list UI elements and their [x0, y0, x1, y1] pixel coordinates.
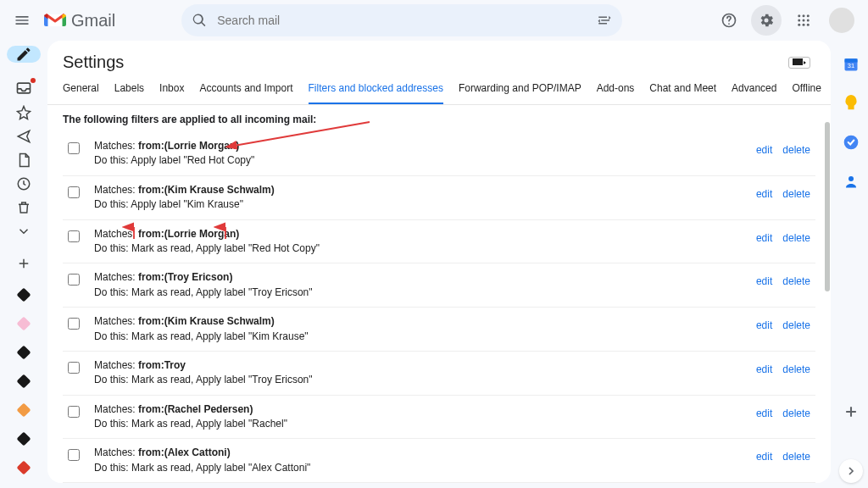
filter-checkbox[interactable]: [68, 230, 80, 242]
filter-checkbox[interactable]: [68, 362, 80, 374]
filter-action-line: Do this: Mark as read, Apply label "Kim …: [94, 330, 744, 344]
keep-addon[interactable]: [843, 95, 859, 112]
label-list: [14, 285, 34, 488]
filter-edit-link[interactable]: edit: [756, 363, 772, 375]
svg-point-9: [807, 24, 810, 26]
settings-button[interactable]: [751, 5, 782, 36]
filter-checkbox[interactable]: [68, 406, 80, 418]
tab-chat-and-meet[interactable]: Chat and Meet: [649, 75, 716, 104]
contacts-addon[interactable]: [843, 173, 859, 190]
calendar-addon[interactable]: 31: [843, 56, 860, 73]
tab-advanced[interactable]: Advanced: [732, 75, 776, 104]
filter-delete-link[interactable]: delete: [782, 275, 810, 287]
hide-side-panel-button[interactable]: [839, 459, 863, 483]
sent-rail-item[interactable]: [14, 129, 34, 144]
svg-point-1: [798, 14, 800, 17]
account-avatar[interactable]: [829, 8, 854, 33]
search-bar: [181, 4, 622, 36]
google-apps-button[interactable]: [788, 5, 819, 36]
tab-accounts-and-import[interactable]: Accounts and Import: [199, 75, 292, 104]
starred-rail-item[interactable]: [14, 105, 34, 120]
side-panel: 31: [834, 41, 868, 488]
label-rail-item[interactable]: [14, 313, 34, 334]
support-button[interactable]: [714, 5, 744, 36]
search-pill[interactable]: [181, 4, 622, 36]
filter-checkbox[interactable]: [68, 318, 80, 330]
main-menu-button[interactable]: [7, 5, 37, 36]
scrollbar-track: [825, 119, 830, 466]
label-rail-item[interactable]: [14, 400, 34, 420]
drafts-rail-item[interactable]: [14, 152, 34, 168]
filter-edit-link[interactable]: edit: [756, 451, 772, 463]
tab-inbox[interactable]: Inbox: [159, 75, 184, 104]
settings-header: Settings: [47, 41, 831, 75]
app-header: Gmail: [0, 0, 868, 41]
tab-general[interactable]: General: [63, 75, 99, 104]
tasks-icon: [843, 134, 860, 151]
svg-rect-12: [793, 58, 803, 65]
label-rail-item[interactable]: [14, 285, 34, 305]
tab-add-ons[interactable]: Add-ons: [597, 75, 635, 104]
filter-checkbox[interactable]: [68, 142, 80, 154]
search-input[interactable]: [215, 13, 588, 28]
snoozed-rail-item[interactable]: [14, 176, 34, 191]
plus-icon: [843, 403, 860, 420]
svg-point-8: [803, 24, 805, 26]
hamburger-icon: [14, 12, 31, 29]
filter-matches-line: Matches: from:(Troy Ericson): [94, 270, 744, 285]
search-options-icon[interactable]: [597, 13, 612, 28]
filter-edit-link[interactable]: edit: [756, 144, 772, 156]
label-rail-item[interactable]: [14, 429, 34, 449]
tab-filters-and-blocked-addresses[interactable]: Filters and blocked addresses: [309, 75, 443, 104]
filter-texts: Matches: from:(Rachel Pedersen)Do this: …: [94, 402, 744, 432]
app-body: Settings GeneralLabelsInboxAccounts and …: [0, 41, 868, 488]
filter-delete-link[interactable]: delete: [782, 408, 810, 419]
tab-labels[interactable]: Labels: [114, 75, 144, 104]
label-rail-item[interactable]: [14, 342, 34, 363]
scrollbar-thumb[interactable]: [825, 122, 830, 291]
label-rail-item[interactable]: [14, 458, 34, 478]
filter-checkbox[interactable]: [68, 274, 80, 286]
filter-delete-link[interactable]: delete: [782, 232, 810, 244]
help-icon: [721, 12, 737, 29]
filter-matches-line: Matches: from:(Kim Krause Schwalm): [94, 183, 744, 197]
filter-row: Matches: from:(Alex Cattoni)Do this: Mar…: [63, 439, 815, 483]
add-label-rail-item[interactable]: [14, 256, 34, 271]
more-rail-item[interactable]: [14, 224, 34, 239]
tasks-addon[interactable]: [843, 134, 860, 151]
display-density-menu[interactable]: [788, 57, 810, 69]
inbox-rail-item[interactable]: [14, 80, 34, 97]
filter-delete-link[interactable]: delete: [782, 319, 810, 331]
filter-edit-link[interactable]: edit: [756, 275, 772, 287]
chevron-down-icon: [16, 224, 31, 239]
filter-delete-link[interactable]: delete: [782, 451, 810, 463]
label-color-icon: [17, 461, 31, 475]
calendar-icon: 31: [843, 56, 860, 73]
svg-text:31: 31: [848, 62, 854, 69]
gmail-logo[interactable]: Gmail: [44, 11, 115, 30]
get-addons-button[interactable]: [837, 398, 865, 425]
filter-row: Matches: from:(Kim Krause Schwalm)Do thi…: [63, 176, 815, 220]
filter-checkbox[interactable]: [68, 186, 80, 198]
filter-edit-link[interactable]: edit: [756, 408, 772, 419]
trash-icon: [16, 200, 31, 215]
tab-offline[interactable]: Offline: [792, 75, 821, 104]
filter-edit-link[interactable]: edit: [756, 232, 772, 244]
trash-rail-item[interactable]: [14, 200, 34, 215]
label-color-icon: [17, 374, 31, 389]
filter-texts: Matches: from:TroyDo this: Mark as read,…: [94, 358, 744, 388]
compose-button[interactable]: [7, 46, 41, 63]
filter-delete-link[interactable]: delete: [782, 188, 810, 200]
filter-action-line: Do this: Mark as read, Apply label "Alex…: [94, 461, 744, 475]
clock-icon: [16, 176, 31, 191]
tab-forwarding-and-pop-imap[interactable]: Forwarding and POP/IMAP: [459, 75, 581, 104]
filter-action-line: Do this: Apply label "Kim Krause": [94, 197, 744, 212]
filter-delete-link[interactable]: delete: [782, 363, 810, 375]
filter-delete-link[interactable]: delete: [782, 144, 810, 156]
filter-edit-link[interactable]: edit: [756, 188, 772, 200]
filter-checkbox[interactable]: [68, 449, 80, 461]
filter-edit-link[interactable]: edit: [756, 319, 772, 331]
filter-actions: editdelete: [756, 188, 810, 200]
label-rail-item[interactable]: [14, 371, 34, 391]
label-color-icon: [17, 403, 31, 418]
